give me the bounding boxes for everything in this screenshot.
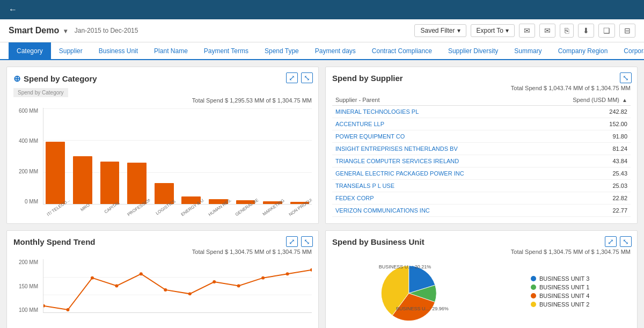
trend-dot[interactable]	[261, 276, 265, 280]
trend-dot[interactable]	[140, 272, 143, 275]
bar[interactable]	[46, 142, 65, 204]
supplier-amount: 43.84	[538, 155, 631, 167]
bar[interactable]	[73, 156, 92, 205]
supplier-row: FEDEX CORP 22.82	[332, 192, 631, 205]
bar-group	[43, 108, 68, 204]
supplier-amount: 22.82	[538, 192, 631, 205]
tab-payment-days[interactable]: Payment days	[307, 42, 364, 59]
category-expand-btn[interactable]: ⤢	[286, 72, 298, 83]
message-icon-button[interactable]: ✉	[539, 24, 555, 38]
bu-card-actions: ⤢ ⤡	[605, 236, 632, 247]
category-card-actions: ⤢ ⤡	[286, 72, 313, 83]
back-button[interactable]: ←	[9, 5, 17, 14]
legend-label: BUSINESS UNIT 2	[539, 301, 589, 308]
category-icon: ⊕	[13, 74, 20, 84]
export-to-label: Export To	[477, 27, 503, 34]
supplier-fullscreen-btn[interactable]: ⤡	[620, 72, 632, 83]
export-to-button[interactable]: Export To ▾	[471, 24, 515, 37]
saved-filter-button[interactable]: Saved Filter ▾	[414, 24, 466, 37]
copy-icon-button[interactable]: ❏	[598, 24, 615, 38]
tab-row: CategorySupplierBusiness UnitPlant NameP…	[0, 42, 644, 60]
category-tooltip: Spend by Category	[13, 88, 68, 97]
supplier-name[interactable]: MINERAL TECHNOLOGIES PL	[332, 106, 538, 118]
supplier-amount: 152.00	[538, 118, 631, 130]
supplier-amount: 91.80	[538, 130, 631, 143]
bar-group	[288, 108, 312, 204]
app-title-dropdown[interactable]: ▾	[64, 27, 67, 35]
trend-y-label: 200 MM	[13, 259, 38, 265]
trend-total-spend: Total Spend $ 1,304.75 MM of $ 1,304.75 …	[13, 249, 312, 255]
filter-icon-button[interactable]: ⊟	[619, 24, 635, 38]
bar[interactable]	[127, 163, 147, 204]
app-title-text: Smart Demo	[9, 26, 59, 35]
bar-group	[261, 108, 285, 204]
supplier-amount: 25.43	[538, 167, 631, 180]
bar[interactable]	[100, 162, 120, 204]
bar-group	[98, 108, 122, 204]
tab-supplier[interactable]: Supplier	[51, 42, 91, 59]
sort-arrow-icon: ▲	[622, 97, 627, 103]
trend-dot[interactable]	[91, 276, 94, 280]
supplier-amount: 25.03	[538, 180, 631, 192]
legend-label: BUSINESS UNIT 1	[539, 284, 589, 290]
trend-dot[interactable]	[43, 304, 45, 308]
tab-payment-terms[interactable]: Payment Terms	[196, 42, 257, 59]
supplier-name[interactable]: ACCENTURE LLP	[332, 118, 538, 130]
app-title: Smart Demo ▾	[9, 26, 67, 35]
trend-card-actions: ⤢ ⤡	[286, 236, 313, 247]
category-bar-chart: 0 MM200 MM400 MM600 MM IT/ TELECO...MROC…	[13, 108, 312, 215]
supplier-row: TRIANGLE COMPUTER SERVICES IRELAND 43.84	[332, 155, 631, 167]
date-range: Jan-2015 to Dec-2015	[75, 27, 138, 34]
trend-dot[interactable]	[115, 285, 118, 288]
supplier-row: TRANSEALS P L USE 25.03	[332, 180, 631, 192]
trend-dot[interactable]	[188, 292, 192, 295]
trend-dot[interactable]	[66, 308, 69, 311]
tab-supplier-diversity[interactable]: Supplier Diversity	[440, 42, 506, 59]
saved-filter-label: Saved Filter	[420, 27, 455, 34]
bu-expand-btn[interactable]: ⤢	[605, 236, 617, 247]
bar-group	[207, 108, 231, 204]
share-icon-button[interactable]: ⎘	[560, 24, 574, 38]
category-fullscreen-btn[interactable]: ⤡	[301, 72, 313, 83]
supplier-row: GENERAL ELECTRIC PACKAGED POWER INC 25.4…	[332, 167, 631, 180]
bu-title: Spend by Business Unit	[332, 237, 631, 246]
supplier-name[interactable]: TRANSEALS P L USE	[332, 180, 538, 192]
trend-fullscreen-btn[interactable]: ⤡	[301, 236, 313, 247]
tab-spend-type[interactable]: Spend Type	[257, 42, 307, 59]
category-bars-area	[43, 108, 312, 205]
spend-col-header[interactable]: Spend (USD MM) ▲	[538, 94, 631, 106]
trend-dot[interactable]	[164, 288, 167, 291]
supplier-name[interactable]: POWER EQUIPMENT CO	[332, 130, 538, 143]
tab-corporate-group[interactable]: Corporate Group	[616, 42, 644, 59]
trend-dot[interactable]	[286, 272, 289, 275]
header-left: Smart Demo ▾ Jan-2015 to Dec-2015	[9, 26, 138, 35]
supplier-card-actions: ⤡	[620, 72, 632, 83]
tab-contract-compliance[interactable]: Contract Compliance	[364, 42, 440, 59]
supplier-name[interactable]: FEDEX CORP	[332, 192, 538, 205]
trend-dot[interactable]	[237, 285, 240, 288]
trend-dot[interactable]	[310, 268, 312, 272]
tab-plant-name[interactable]: Plant Name	[146, 42, 196, 59]
bar-y-label: 400 MM	[13, 138, 38, 144]
legend-dot	[531, 276, 536, 281]
bar-y-label: 600 MM	[13, 108, 38, 114]
supplier-name[interactable]: VERIZON COMMUNICATIONS INC	[332, 205, 538, 217]
supplier-name[interactable]: GENERAL ELECTRIC PACKAGED POWER INC	[332, 167, 538, 180]
tab-category[interactable]: Category	[9, 42, 51, 59]
legend-label: BUSINESS UNIT 4	[539, 293, 589, 299]
supplier-row: ACCENTURE LLP 152.00	[332, 118, 631, 130]
mail-icon-button[interactable]: ✉	[519, 24, 535, 38]
tab-business-unit[interactable]: Business Unit	[91, 42, 146, 59]
export-to-arrow: ▾	[506, 27, 509, 34]
supplier-name[interactable]: INSIGHT ENTREPRISES NETHERLANDS BV	[332, 143, 538, 155]
tab-company-region[interactable]: Company Region	[550, 42, 616, 59]
trend-y-label: 100 MM	[13, 307, 38, 313]
trend-dot[interactable]	[213, 280, 216, 283]
spend-by-supplier-title: Spend by Supplier	[332, 74, 631, 83]
bu-fullscreen-btn[interactable]: ⤡	[620, 236, 632, 247]
trend-expand-btn[interactable]: ⤢	[286, 236, 298, 247]
supplier-name[interactable]: TRIANGLE COMPUTER SERVICES IRELAND	[332, 155, 538, 167]
download-icon-button[interactable]: ⬇	[578, 24, 594, 38]
tab-summary[interactable]: Summary	[506, 42, 550, 59]
legend-item: BUSINESS UNIT 1	[531, 284, 589, 290]
